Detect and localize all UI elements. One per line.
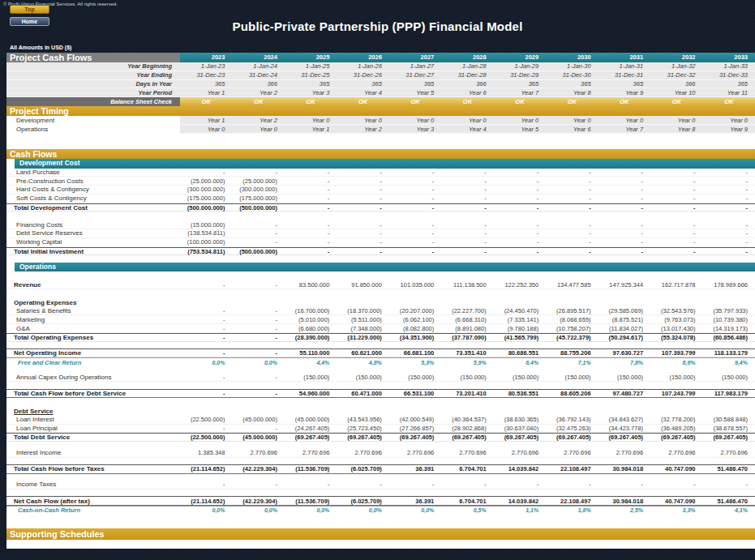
cell-value: (150.000)	[546, 374, 598, 381]
cell-value: 178.989.666	[703, 281, 755, 289]
table-row: Pre-Construction Costs(25.000.000)(25.00…	[6, 177, 755, 186]
row-label: Total Cash Flow before Debt Service	[6, 390, 180, 397]
cell-value: 365	[337, 80, 388, 88]
cell-value: 97.630.727	[598, 349, 650, 357]
table-row: G&A--(6.680.000)(7.348.000)(8.082.800)(8…	[6, 324, 755, 333]
cell-value: -	[337, 169, 388, 176]
cell-value: 80.536.551	[494, 390, 546, 397]
cell-value: Year 10	[650, 89, 702, 96]
spacer	[6, 134, 755, 149]
top-button[interactable]: Top	[10, 5, 49, 14]
cell-value: -	[650, 248, 702, 255]
cell-value: 0,0%	[232, 360, 284, 365]
cell-value: -	[337, 248, 388, 255]
cell-value: (38.630.365)	[494, 416, 546, 423]
cell-value: -	[337, 238, 388, 246]
table-row: Debt Service Reserves(138.534.811)------…	[6, 229, 755, 238]
cell-value: -	[703, 238, 755, 246]
cell-value: (150.000)	[337, 374, 388, 381]
cell-value: (69.267.405)	[703, 434, 755, 441]
cell-value: -	[598, 248, 650, 255]
cell-value: -	[389, 177, 441, 185]
row-label: Hard Costs & Contigency	[6, 186, 180, 193]
cell-value: 122.252.350	[494, 281, 546, 289]
table-row: Cash-on-Cash Return0,0%0,0%0,0%0,0%0,0%0…	[6, 506, 755, 515]
cell-value: -	[703, 481, 755, 488]
cell-value: 40.747.090	[650, 498, 702, 505]
cell-value: 30.984.018	[598, 465, 650, 472]
row-label: Total Debt Service	[6, 434, 180, 441]
cell-value: 2.770.696	[598, 449, 650, 456]
cell-value: (150.000)	[441, 374, 493, 381]
cell-value: -	[389, 248, 441, 255]
subsection-header: Operations	[15, 263, 755, 272]
cell-value: -	[232, 221, 284, 229]
cell-value: (69.267.405)	[337, 434, 388, 441]
cell-value: Year 1	[180, 89, 232, 96]
cell-value: (5.511.000)	[337, 316, 388, 323]
cell-value: -	[650, 177, 702, 185]
cell-value: -	[180, 349, 232, 357]
cell-value: (10.739.380)	[703, 316, 755, 323]
cell-value: Year 1	[180, 116, 232, 125]
table-row: Net Operating Income--55.110.00060.621.0…	[6, 348, 755, 357]
cell-value: (6.025.709)	[337, 465, 388, 472]
cell-value: -	[337, 229, 388, 237]
cell-value: -	[703, 248, 755, 255]
row-label: Working Capital	[6, 238, 180, 246]
cell-value: 0,0%	[389, 507, 441, 513]
cell-value: 55.110.000	[285, 349, 337, 357]
cell-value: (7.348.000)	[337, 325, 388, 332]
cell-value: 1-Jan-25	[285, 62, 337, 70]
cell-value: 101.035.000	[389, 281, 441, 289]
cell-value: -	[285, 221, 337, 229]
cell-value: -	[232, 316, 284, 323]
table-row: Year PeriodYear 1Year 2Year 3Year 4Year …	[6, 88, 755, 97]
cell-value: (150.000)	[650, 374, 702, 381]
cell-value: (15.000.000)	[180, 221, 232, 229]
cell-value: 51.486.470	[703, 465, 755, 472]
cell-value: -	[180, 425, 232, 432]
cell-value: 4,1%	[703, 507, 755, 513]
cell-value: 1-Jan-30	[546, 62, 598, 70]
cell-value: (36.792.143)	[546, 416, 598, 423]
cell-value: -	[598, 481, 650, 488]
cell-value: 80.686.551	[494, 349, 546, 357]
cell-value: -	[232, 481, 284, 488]
cell-value: 2.770.696	[546, 449, 598, 456]
row-label: Interest Income	[6, 449, 180, 456]
cell-value: 1-Jan-29	[494, 62, 546, 70]
cell-value: -	[337, 195, 388, 202]
cell-value: -	[285, 238, 337, 246]
cell-value: 365	[546, 80, 598, 88]
table-row: Operating Expenses	[6, 298, 755, 307]
cell-value: 31-Dec-27	[389, 71, 441, 79]
cell-value: 91.850.000	[337, 281, 388, 289]
cell-value: -	[598, 238, 650, 246]
cell-value: -	[494, 195, 546, 202]
cell-value: (300.000.000)	[180, 186, 232, 193]
cell-value: -	[703, 177, 755, 185]
cell-value: (69.267.405)	[546, 434, 598, 441]
table-row: Income Taxes-----------	[6, 481, 755, 489]
cell-value: 60.471.000	[337, 390, 388, 397]
cell-value: Year 6	[441, 89, 493, 96]
cell-value: Year 7	[494, 89, 546, 96]
cell-value: Year 11	[703, 89, 755, 96]
cell-value: 2.770.696	[389, 449, 441, 456]
cell-value: (9.780.188)	[494, 325, 546, 332]
cell-value: -	[494, 221, 546, 229]
cell-value: 0,5%	[441, 507, 493, 513]
cell-value: -	[337, 186, 388, 193]
cell-value: (45.000.000)	[232, 434, 284, 441]
cell-value: (6.062.100)	[389, 316, 441, 323]
cell-value: 2,5%	[598, 507, 650, 513]
cell-value: Year 0	[703, 116, 755, 125]
cell-value: 2.770.696	[441, 449, 493, 456]
cell-value: 1-Jan-24	[232, 62, 284, 70]
cell-value: Year 0	[598, 116, 650, 125]
year-column-header: 2029	[494, 53, 546, 62]
cell-value: 0,0%	[337, 507, 388, 513]
cell-value: (32.778.200)	[650, 416, 702, 423]
cell-value: -	[546, 186, 598, 193]
